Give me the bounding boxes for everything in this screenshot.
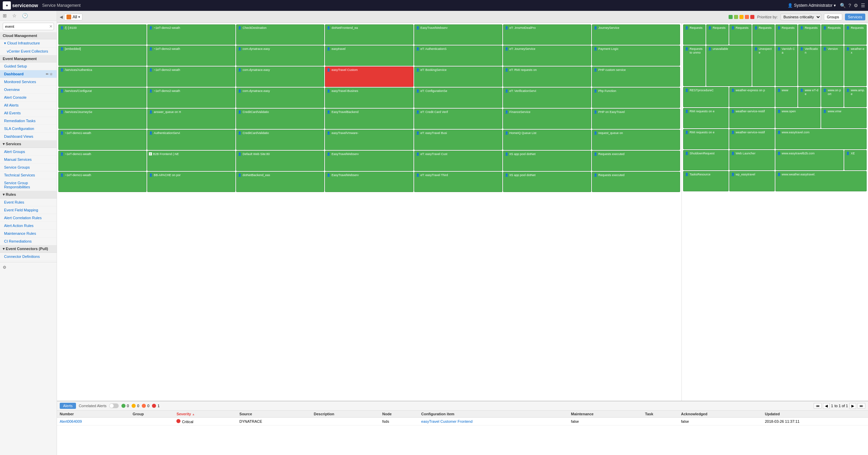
tile-easytravel-custom[interactable]: 👤easyTravel Custom	[325, 67, 413, 87]
tile-www-weather[interactable]: 👤www.weather.easytravel.	[775, 171, 867, 191]
tile-et-booking[interactable]: 👤eT: BookingService	[414, 67, 502, 87]
tile-weather-restif-2[interactable]: 👤weather-service-restif	[729, 129, 775, 149]
tile-shutdown[interactable]: 👤ShutdownRequest	[683, 150, 729, 170]
tile-www-easytravelb2b[interactable]: 👤www.easytravelb2b.com	[775, 150, 844, 170]
sidebar-item-manual-services[interactable]: Manual Services	[0, 156, 57, 164]
tile-unavailable[interactable]: 👤unavailable	[706, 45, 752, 86]
sidebar-item-alert-console[interactable]: Alert Console	[0, 94, 57, 101]
tile-weather-restif-1[interactable]: 👤weather-service-restif	[729, 108, 775, 128]
tile-com-dyna-2[interactable]: 👤com.dynatrace.easy	[236, 45, 324, 66]
tile-et-cc-verif[interactable]: 👤eT: Credit Card Verif	[414, 109, 502, 129]
tile-requests-6[interactable]: 👤Requests	[798, 24, 821, 45]
tile-finance[interactable]: 👤FinanceService	[503, 109, 591, 129]
tile-1et-demo1-1[interactable]: 👤~1eT-demo1-weath	[58, 130, 147, 150]
col-task[interactable]: Task	[642, 411, 678, 418]
col-updated[interactable]: Updated	[762, 411, 868, 418]
col-acknowledged[interactable]: Acknowledged	[678, 411, 762, 418]
tile-dotnet-fe[interactable]: 👤dotNetFrontend_ea	[325, 24, 413, 45]
tile-bb-apache[interactable]: 👤BB-APACHE on por	[147, 172, 235, 192]
grid-icon[interactable]: ⊞	[3, 13, 7, 18]
tile-req-unmo[interactable]: 👤Requests to unmo	[683, 45, 706, 86]
tile-et-journey[interactable]: 👤eT: JourneyService	[503, 45, 591, 66]
correlated-toggle[interactable]	[109, 403, 119, 408]
tile-req-exec-2[interactable]: 👤Requests executed	[592, 172, 680, 192]
sidebar-item-dashboard-views[interactable]: Dashboard Views	[0, 133, 57, 140]
tile-requests-2[interactable]: 👤Requests	[706, 24, 729, 45]
tile-et-third[interactable]: 👤eT: easyTravel Third	[414, 172, 502, 192]
tile-et-webserv3[interactable]: 👤EasyTravelWebserv	[325, 172, 413, 192]
tile-iis-pool-1[interactable]: 👤IIS app pool dotNet	[503, 151, 591, 171]
col-description[interactable]: Description	[311, 411, 380, 418]
col-source[interactable]: Source	[237, 411, 311, 418]
tile-default-web[interactable]: 👤Default Web Site:80	[236, 151, 324, 171]
sidebar-item-vcenter[interactable]: vCenter Event Collectors	[0, 48, 57, 55]
tile-svc-journey[interactable]: 👤/services/JourneySe	[58, 109, 147, 129]
col-severity[interactable]: Severity	[174, 411, 236, 418]
tile-rmi-on-e-2[interactable]: 👤RMI requests on e	[683, 129, 729, 149]
sidebar-item-remediation[interactable]: Remediation Tasks	[0, 117, 57, 125]
tile-homeiq[interactable]: 👤HomeIQ Queue List	[503, 130, 591, 150]
tile-requests-1[interactable]: 👤Requests	[683, 24, 706, 45]
alert-number[interactable]: Alert0064009	[57, 418, 130, 425]
logo[interactable]: ✦ servicenow	[3, 1, 38, 10]
tile-requests-8[interactable]: 👤Requests	[844, 24, 867, 45]
priority-select[interactable]: Business criticality	[780, 14, 821, 20]
tile-1et-demo2-2[interactable]: 👤~1eT-demo2-weath	[147, 45, 235, 66]
tile-www-on-port[interactable]: 👤www.on port	[821, 87, 844, 107]
col-number[interactable]: Number	[57, 411, 130, 418]
all-dropdown-icon[interactable]: ▾	[78, 15, 80, 19]
sidebar-section-services[interactable]: ▾ Services	[0, 140, 57, 148]
alert-config-item[interactable]: easyTravel Customer Frontend	[419, 418, 568, 425]
tile-www-easytravel[interactable]: 👤www.easytravel.com	[775, 129, 867, 149]
tile-et-vmware[interactable]: 👤easyTravelVmware-	[325, 130, 413, 150]
tile-wp-easytravel[interactable]: 👤wp_easytravel	[729, 171, 775, 191]
sidebar-item-alert-groups[interactable]: Alert Groups	[0, 148, 57, 156]
tile-8100[interactable]: 👤/[::]:8100	[58, 24, 147, 45]
col-node[interactable]: Node	[380, 411, 419, 418]
tile-svc-config[interactable]: 👤/services/Configurat	[58, 88, 147, 108]
tile-et-auth[interactable]: 👤eT: AuthenticationS	[414, 45, 502, 66]
sidebar-item-alert-correlation[interactable]: Alert Correlation Rules	[0, 214, 57, 222]
tile-php-func[interactable]: 👤Php Function	[592, 88, 680, 108]
sidebar-item-all-alerts[interactable]: All Alerts	[0, 101, 57, 109]
tile-rest-proc[interactable]: 👤RESTprocedureC	[683, 87, 729, 107]
sidebar-item-overview[interactable]: Overview	[0, 86, 57, 94]
sidebar-item-connector-defs[interactable]: Connector Definitions	[0, 253, 57, 261]
tile-b2b-frontend[interactable]: 🅱B2B Frontend (.NE	[147, 151, 235, 171]
search-icon[interactable]: 🔍	[840, 3, 846, 8]
tile-et-cust[interactable]: 👤eT: easyTravel Cust	[414, 151, 502, 171]
tile-requests-4[interactable]: 👤Requests	[752, 24, 775, 45]
sidebar-item-cloud-infra[interactable]: ▾ Cloud Infrastructure	[0, 39, 57, 48]
sidebar-item-event-field[interactable]: Event Field Mapping	[0, 206, 57, 214]
sidebar-section-event[interactable]: Event Management	[0, 55, 57, 62]
tile-1et-demo2-3[interactable]: 👤~1eT-demo2-weath	[147, 67, 235, 87]
tile-1et-demo1-3[interactable]: 👤~1eT-demo1-weath	[58, 172, 147, 192]
sidebar-item-event-rules[interactable]: Event Rules	[0, 198, 57, 206]
groups-button[interactable]: Groups	[824, 14, 842, 20]
sidebar-item-ci-remediations[interactable]: CI Remediations	[0, 238, 57, 245]
tile-web-launcher[interactable]: 👤Web Launcher	[729, 150, 775, 170]
sidebar-item-service-group-resp[interactable]: Service Group Responsibilities	[0, 179, 57, 191]
col-maintenance[interactable]: Maintenance	[568, 411, 642, 418]
tile-tasks-resource[interactable]: 👤TasksResource	[683, 171, 729, 191]
tile-php-on-et[interactable]: 👤PHP on EasyTravel	[592, 109, 680, 129]
tile-et-verification[interactable]: 👤eT: VerificationServi	[503, 88, 591, 108]
sidebar-item-dashboard[interactable]: Dashboard ✏ ☆	[0, 70, 57, 78]
sidebar-section-rules[interactable]: ▾ Rules	[0, 191, 57, 198]
tile-varnish[interactable]: 👤Varnish Ca	[775, 45, 798, 86]
tile-et-business[interactable]: 👤easyTravel-Busines	[325, 88, 413, 108]
star-icon[interactable]: ☆	[12, 13, 17, 18]
tile-dotnet-be[interactable]: 👤dotNetBackend_eas	[236, 172, 324, 192]
user-info[interactable]: 👤 System Administrator ▾	[788, 3, 836, 8]
tile-req-exec-1[interactable]: 👤Requests executed	[592, 151, 680, 171]
sidebar-item-sla[interactable]: SLA Configuration	[0, 125, 57, 133]
nav-prev-icon[interactable]: ◀	[60, 15, 63, 19]
services-button[interactable]: Services	[845, 14, 865, 20]
tile-journey-svc[interactable]: 👤JourneyService	[592, 24, 680, 45]
tile-www-et-de[interactable]: 👤www eT-de	[798, 87, 821, 107]
tile-1et-demo2-1[interactable]: 👤~1eT-demo2-weath	[147, 24, 235, 45]
tile-1et-demo1-2[interactable]: 👤~1eT-demo1-weath	[58, 151, 147, 171]
settings-icon[interactable]: ⚙	[854, 3, 858, 8]
page-last[interactable]: ⏭	[857, 403, 865, 409]
tile-cc-valid-1[interactable]: 👤CreditCardValidatio	[236, 109, 324, 129]
